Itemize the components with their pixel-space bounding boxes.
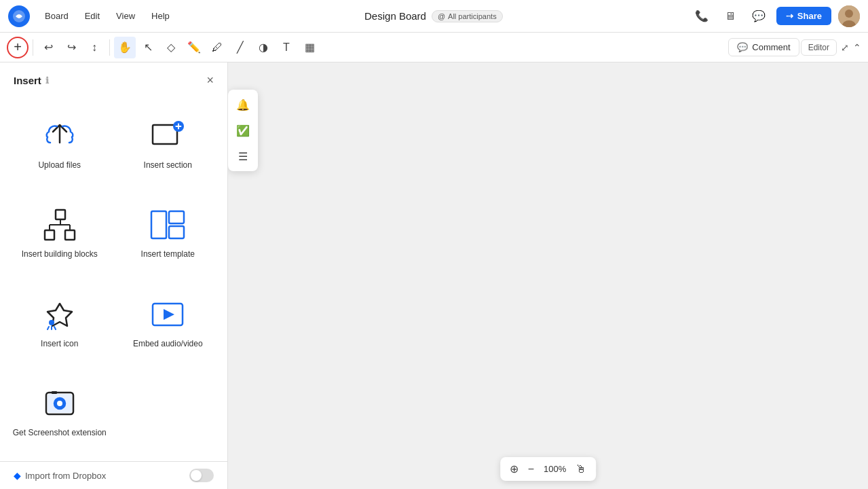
insert-icon-label: Insert icon: [41, 339, 78, 348]
insert-upload-files[interactable]: Upload files: [5, 98, 114, 188]
collapse-icon[interactable]: ⌃: [853, 42, 861, 53]
insert-icon-icon: [41, 295, 79, 333]
list-button[interactable]: ☰: [231, 144, 255, 168]
phone-icon[interactable]: 📞: [691, 5, 713, 27]
insert-sidebar: Insert ℹ × Upload files: [0, 62, 228, 489]
import-toggle[interactable]: [189, 469, 214, 482]
insert-template-label: Insert template: [141, 249, 195, 259]
share-button[interactable]: ⇢ Share: [776, 7, 831, 25]
sep1: [33, 39, 33, 56]
svg-rect-9: [45, 230, 54, 240]
nav-edit[interactable]: Edit: [78, 8, 107, 24]
chat-icon[interactable]: 💬: [748, 5, 770, 27]
hand-tool[interactable]: ✋: [114, 37, 136, 58]
svg-rect-8: [56, 210, 65, 219]
expand-icon[interactable]: ⤢: [841, 42, 849, 53]
select-tool[interactable]: ↖: [137, 37, 159, 58]
embed-audio-video-item[interactable]: Embed audio/video: [114, 277, 223, 367]
app-logo[interactable]: [8, 5, 30, 27]
sidebar-footer: ◆ Import from Dropbox: [0, 461, 227, 489]
undo-button[interactable]: ↩: [37, 37, 59, 58]
insert-grid: Upload files Insert section: [0, 93, 227, 461]
comment-button[interactable]: 💬 Comment: [728, 38, 799, 56]
sidebar-title: Insert ℹ: [14, 75, 49, 86]
svg-point-2: [845, 10, 853, 18]
svg-rect-16: [169, 211, 184, 223]
insert-section-icon: [149, 117, 187, 155]
upload-files-label: Upload files: [38, 160, 81, 170]
svg-rect-15: [151, 211, 166, 238]
svg-point-18: [49, 320, 54, 325]
svg-rect-25: [52, 391, 57, 394]
toggle-knob: [191, 470, 202, 481]
bottom-bar: ⊕ − 100% 🖱: [500, 457, 597, 481]
participants-label: All participants: [448, 12, 497, 20]
sep2: [109, 39, 110, 56]
share-icon: ⇢: [786, 11, 793, 21]
shape-tool[interactable]: ◑: [252, 37, 274, 58]
nav-view[interactable]: View: [109, 8, 142, 24]
line-tool[interactable]: ╱: [229, 37, 251, 58]
fill-tool[interactable]: 🖊: [206, 37, 228, 58]
insert-section-label: Insert section: [144, 160, 192, 170]
table-tool[interactable]: ▦: [299, 37, 320, 58]
topnav-right: 📞 🖥 💬 ⇢ Share: [691, 5, 860, 27]
scroll-mode-button[interactable]: 🖱: [573, 460, 589, 478]
redo-button[interactable]: ↪: [60, 37, 82, 58]
insert-building-blocks-icon: [41, 206, 79, 244]
main-area: Insert ℹ × Upload files: [0, 62, 868, 489]
nav-board[interactable]: Board: [38, 8, 75, 24]
nav-help[interactable]: Help: [145, 8, 176, 24]
info-icon[interactable]: ℹ: [45, 75, 49, 86]
insert-template-item[interactable]: Insert template: [114, 188, 223, 278]
embed-audio-video-icon: [149, 295, 187, 333]
board-title: Design Board @ All participants: [182, 10, 685, 22]
text-tool[interactable]: T: [276, 37, 297, 58]
toolbar: + ↩ ↪ ↕ ✋ ↖ ◇ ✏️ 🖊 ╱ ◑ T ▦ 💬 Comment Edi…: [0, 33, 868, 62]
participants-badge[interactable]: @ All participants: [432, 10, 503, 22]
sidebar-header: Insert ℹ ×: [0, 62, 227, 93]
title-text: Design Board: [364, 10, 426, 22]
insert-building-blocks-label: Insert building blocks: [22, 249, 98, 259]
editor-badge[interactable]: Editor: [801, 39, 837, 56]
at-icon: @: [438, 12, 445, 20]
get-screenshot-label: Get Screenshot extension: [13, 428, 107, 437]
pen-tool[interactable]: ✏️: [183, 37, 205, 58]
insert-icon-item[interactable]: Insert icon: [5, 277, 114, 367]
eraser-tool[interactable]: ◇: [160, 37, 182, 58]
share-label: Share: [797, 11, 822, 21]
embed-audio-video-label: Embed audio/video: [133, 339, 203, 348]
zoom-out-button[interactable]: −: [525, 460, 537, 478]
canvas-area[interactable]: 🔔 ✅ ☰ ⊕ − 100% 🖱: [228, 62, 868, 489]
user-avatar[interactable]: [838, 5, 860, 27]
format-button[interactable]: ↕: [83, 37, 105, 58]
get-screenshot-icon: [41, 384, 79, 422]
upload-files-icon: [41, 117, 79, 155]
nav-menu: Board Edit View Help: [38, 8, 176, 24]
get-screenshot-item[interactable]: Get Screenshot extension: [5, 367, 114, 456]
svg-rect-17: [169, 226, 184, 238]
bell-button[interactable]: 🔔: [231, 92, 255, 117]
insert-title-text: Insert: [14, 75, 41, 86]
check-button[interactable]: ✅: [231, 118, 255, 143]
top-navigation: Board Edit View Help Design Board @ All …: [0, 0, 868, 33]
insert-section-item[interactable]: Insert section: [114, 98, 223, 188]
comment-icon: 💬: [737, 42, 748, 52]
screen-share-icon[interactable]: 🖥: [719, 5, 741, 27]
zoom-level: 100%: [541, 464, 569, 474]
svg-rect-10: [65, 230, 75, 240]
dropbox-icon: ◆: [14, 470, 21, 481]
comment-label: Comment: [752, 42, 790, 52]
insert-building-blocks-item[interactable]: Insert building blocks: [5, 188, 114, 278]
close-button[interactable]: ×: [206, 73, 214, 88]
compass-button[interactable]: ⊕: [507, 460, 521, 478]
add-button[interactable]: +: [7, 37, 29, 58]
insert-template-icon: [149, 206, 187, 244]
import-dropbox-label[interactable]: ◆ Import from Dropbox: [14, 470, 106, 481]
svg-marker-20: [164, 309, 174, 320]
svg-point-24: [57, 401, 62, 406]
float-panel: 🔔 ✅ ☰: [228, 90, 258, 171]
import-label-text: Import from Dropbox: [25, 471, 106, 481]
